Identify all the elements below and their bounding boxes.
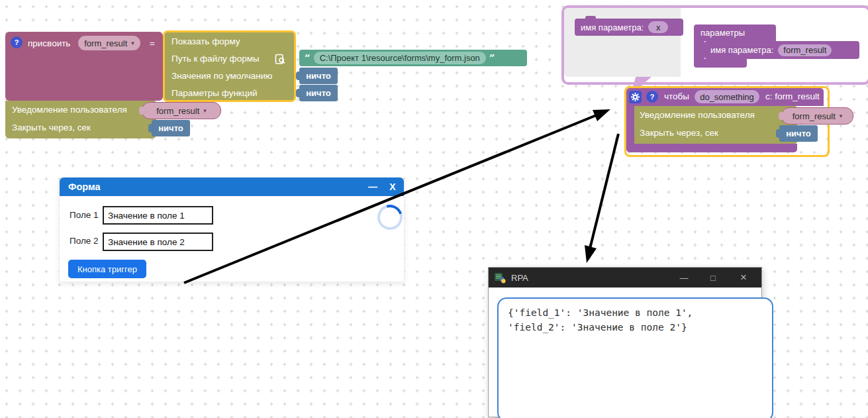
trigger-button[interactable]: Кнопка триггер — [68, 260, 146, 278]
block-nothing-close-left[interactable]: ничто — [152, 120, 190, 136]
block-param-name-x[interactable]: имя параметра: x — [575, 19, 683, 36]
block-variable-form-result-left[interactable]: form_result▾ — [142, 102, 221, 119]
notify-row-label: Уведомление пользователя — [12, 105, 127, 115]
inner-param-name-field[interactable]: form_result — [778, 44, 832, 56]
help-icon[interactable]: ? — [11, 36, 23, 48]
block-notify-user-left[interactable]: Уведомление пользователя Закрыть через, … — [5, 101, 156, 138]
block-nothing-close-inner[interactable]: ничто — [779, 125, 818, 142]
field2-label: Поле 2 — [70, 236, 99, 246]
block-show-form[interactable]: Показать форму Путь к файлу формы Значен… — [163, 30, 296, 102]
close-icon[interactable]: × — [732, 268, 755, 287]
rpa-window-title: RPA — [511, 273, 528, 283]
block-assign-variable[interactable]: ? присвоить form_result▾ = — [5, 32, 163, 101]
block-notch — [714, 38, 724, 42]
block-nothing-params[interactable]: ничто — [299, 85, 338, 101]
notify-row-label: Уведомление пользователя — [640, 110, 755, 120]
path-row-label: Путь к файлу формы — [171, 54, 260, 64]
help-icon[interactable]: ? — [646, 91, 658, 103]
block-string-path[interactable]: “ C:\Проект 1\resource\forms\my_form.jso… — [299, 50, 527, 66]
block-notify-user-inner[interactable]: Уведомление пользователя Закрыть через, … — [634, 106, 797, 144]
chevron-down-icon: ▾ — [203, 107, 207, 114]
block-notch — [585, 16, 596, 19]
parameters-spine — [694, 41, 704, 60]
gear-icon[interactable] — [629, 91, 642, 103]
file-search-icon[interactable] — [275, 54, 286, 67]
rpa-title-bar[interactable]: RPA — □ × — [489, 268, 761, 287]
close-after-row-label: Закрыть через, сек — [640, 128, 718, 138]
chevron-down-icon: ▾ — [131, 40, 134, 46]
block-nothing-defaults[interactable]: ничто — [299, 68, 338, 84]
params-row-label: Параметры функций — [171, 88, 258, 98]
defaults-row-label: Значения по умолчанию — [171, 71, 272, 81]
block-param-name-form-result[interactable]: имя параметра: form_result — [704, 41, 859, 59]
maximize-button[interactable]: □ — [702, 268, 724, 287]
rpa-console-window: RPA — □ × {'field_1': 'Значение в поле 1… — [488, 267, 762, 417]
minimize-button[interactable]: — — [673, 268, 695, 287]
close-button[interactable]: X — [384, 178, 401, 196]
console-output[interactable]: {'field_1': 'Значение в поле 1', 'field_… — [497, 297, 773, 418]
field1-input[interactable] — [103, 206, 213, 225]
block-variable-form-result-inner[interactable]: form_result▾ — [781, 107, 853, 125]
function-name-field[interactable]: do_something — [695, 90, 759, 103]
parameters-header[interactable]: параметры — [694, 25, 776, 41]
chevron-down-icon: ▾ — [840, 113, 843, 119]
close-after-row-label: Закрыть через, сек — [12, 123, 91, 132]
field1-label: Поле 1 — [70, 210, 99, 220]
mutator-bubble[interactable]: имя параметра: x параметры имя параметра… — [561, 5, 868, 85]
param-name-field[interactable]: x — [648, 21, 668, 33]
parameters-bottom-lip — [694, 59, 747, 68]
function-spine — [626, 106, 634, 144]
function-header[interactable]: ? чтобы do_something с: form_result — [626, 88, 824, 106]
form-window-title: Форма — [68, 182, 101, 192]
rpa-app-icon — [495, 272, 506, 284]
form-title-bar[interactable]: Форма — X — [60, 178, 404, 196]
equals-sign: = — [150, 38, 155, 48]
assign-label: присвоить — [28, 38, 70, 48]
form-dialog-window: Форма — X Поле 1 Поле 2 Кнопка триггер — [60, 178, 404, 282]
minimize-button[interactable]: — — [364, 178, 381, 196]
loading-spinner-icon — [373, 200, 407, 234]
close-quote: ” — [489, 55, 495, 62]
path-text-field[interactable]: C:\Проект 1\resource\forms\my_form.json — [314, 52, 486, 64]
field2-input[interactable] — [103, 233, 213, 251]
function-to-label: чтобы — [664, 91, 689, 101]
open-quote: “ — [305, 55, 311, 62]
blockly-workspace[interactable]: ? присвоить form_result▾ = Показать форм… — [0, 0, 868, 418]
show-form-title: Показать форму — [171, 36, 240, 46]
function-bottom-lip — [626, 144, 797, 152]
variable-dropdown[interactable]: form_result▾ — [78, 36, 140, 50]
function-with-label: с: form_result — [765, 91, 820, 101]
